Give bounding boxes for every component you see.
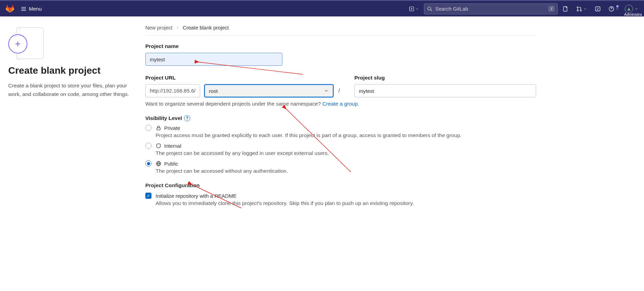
initialize-readme-label: Initialize repository with a README — [156, 193, 236, 199]
merge-requests-button[interactable] — [574, 6, 589, 12]
help-button[interactable] — [606, 6, 621, 12]
global-search[interactable]: / — [424, 3, 558, 14]
page-description: Create a blank project to store your fil… — [8, 82, 132, 99]
visibility-private-label: Private — [164, 125, 180, 131]
create-group-link[interactable]: Create a group. — [322, 101, 359, 107]
breadcrumb-current: Create blank project — [183, 25, 229, 31]
visibility-public-label: Public — [164, 161, 178, 167]
svg-point-4 — [577, 10, 579, 11]
lock-icon — [156, 125, 161, 131]
svg-rect-8 — [157, 128, 160, 130]
visibility-internal-radio[interactable] — [145, 143, 151, 149]
todos-icon[interactable] — [593, 6, 603, 12]
search-icon — [427, 6, 433, 12]
project-slug-input[interactable] — [354, 84, 536, 97]
visibility-public-radio[interactable] — [145, 160, 151, 167]
project-slug-label: Project slug — [354, 75, 536, 81]
create-new-button[interactable] — [407, 6, 421, 12]
search-input[interactable] — [435, 6, 546, 12]
svg-point-5 — [580, 10, 582, 11]
issues-icon[interactable] — [560, 6, 571, 12]
project-name-input[interactable] — [145, 53, 282, 66]
chevron-down-icon — [324, 88, 329, 93]
path-separator: / — [338, 87, 341, 94]
help-icon[interactable]: ? — [184, 115, 190, 121]
project-name-label: Project name — [145, 43, 536, 49]
create-project-illustration: + — [8, 25, 46, 59]
svg-point-1 — [428, 7, 431, 10]
breadcrumb: New project Create blank project — [145, 25, 536, 36]
visibility-internal-desc: The project can be accessed by any logge… — [156, 150, 536, 156]
chevron-down-icon — [634, 7, 639, 11]
shield-icon — [156, 143, 161, 149]
help-icon — [608, 6, 615, 12]
page-title: Create blank project — [8, 65, 132, 76]
search-kbd-hint: / — [548, 6, 555, 12]
svg-rect-2 — [563, 7, 567, 11]
visibility-label: Visibility Level ? — [145, 115, 536, 121]
user-label: Administra — [624, 12, 642, 16]
visibility-public-desc: The project can be accessed without any … — [156, 168, 536, 174]
project-url-prefix: http://192.168.85.6/ — [145, 84, 200, 97]
avatar-icon — [625, 5, 633, 13]
svg-rect-6 — [595, 7, 600, 11]
svg-point-3 — [577, 7, 579, 8]
gitlab-logo-icon[interactable] — [5, 4, 14, 13]
visibility-private-radio[interactable] — [145, 125, 151, 131]
chevron-right-icon — [176, 25, 179, 31]
visibility-internal-label: Internal — [164, 143, 181, 149]
initialize-readme-checkbox[interactable]: ✓ — [145, 193, 151, 199]
namespace-value: root — [209, 88, 218, 94]
menu-label: Menu — [29, 6, 42, 12]
chevron-down-icon — [583, 7, 587, 11]
project-config-label: Project Configuration — [145, 182, 536, 189]
visibility-private-desc: Project access must be granted explicitl… — [156, 132, 536, 138]
globe-icon — [156, 161, 161, 167]
user-menu[interactable]: Administra — [625, 5, 639, 13]
initialize-readme-desc: Allows you to immediately clone this pro… — [156, 200, 536, 206]
plus-square-icon — [409, 6, 414, 12]
hamburger-icon — [21, 6, 27, 12]
plus-icon: + — [8, 34, 27, 53]
breadcrumb-parent[interactable]: New project — [145, 25, 172, 31]
project-url-label: Project URL — [145, 75, 341, 81]
namespace-hint: Want to organize several dependent proje… — [145, 101, 536, 107]
namespace-select[interactable]: root — [204, 84, 334, 97]
merge-request-icon — [576, 6, 582, 12]
chevron-down-icon — [415, 7, 419, 11]
main-menu-button[interactable]: Menu — [17, 4, 45, 14]
